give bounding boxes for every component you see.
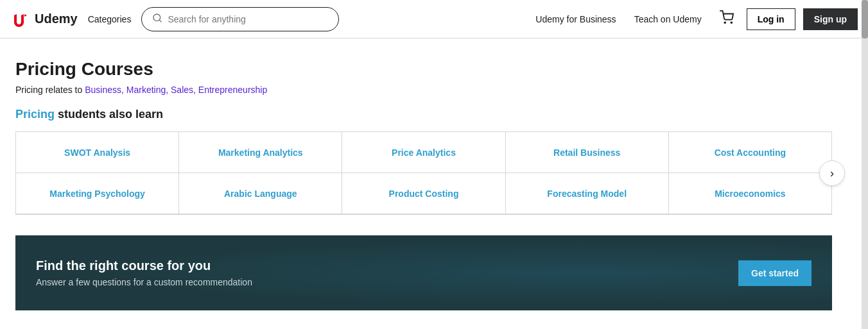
banner-text: Find the right course for you Answer a f… — [36, 258, 252, 287]
tag-arabic-language[interactable]: Arabic Language — [179, 173, 342, 214]
tag-price-analytics[interactable]: Price Analytics — [342, 132, 505, 173]
tag-retail-business[interactable]: Retail Business — [506, 132, 669, 173]
page-title: Pricing Courses — [15, 59, 832, 80]
login-button[interactable]: Log in — [747, 8, 795, 30]
udemy-logo-icon — [10, 9, 31, 30]
banner-title: Find the right course for you — [36, 258, 252, 273]
tag-microeconomics[interactable]: Microeconomics — [669, 173, 832, 214]
tag-forecasting-model[interactable]: Forecasting Model — [506, 173, 669, 214]
related-line: Pricing relates to Business, Marketing, … — [15, 85, 832, 95]
tag-swot-analysis[interactable]: SWOT Analysis — [16, 132, 179, 173]
related-link-marketing[interactable]: Marketing, — [126, 85, 168, 95]
also-learn-suffix: students also learn — [55, 108, 163, 121]
main-content: Pricing Courses Pricing relates to Busin… — [0, 38, 847, 310]
svg-line-1 — [160, 20, 162, 22]
tag-marketing-psychology[interactable]: Marketing Psychology — [16, 173, 179, 214]
tag-cost-accounting[interactable]: Cost Accounting — [669, 132, 832, 173]
udemy-logo[interactable]: Udemy — [10, 9, 78, 30]
scrollbar-thumb — [862, 0, 868, 38]
categories-button[interactable]: Categories — [85, 14, 134, 24]
tags-container: SWOT Analysis Marketing Analytics Price … — [15, 131, 832, 215]
cart-icon[interactable] — [715, 10, 739, 28]
scrollbar-track[interactable] — [862, 0, 868, 310]
svg-point-3 — [731, 22, 732, 23]
related-link-sales[interactable]: Sales, — [171, 85, 196, 95]
tag-marketing-analytics[interactable]: Marketing Analytics — [179, 132, 342, 173]
banner-subtitle: Answer a few questions for a custom reco… — [36, 277, 252, 287]
related-link-entrepreneurship[interactable]: Entrepreneurship — [198, 85, 267, 95]
search-icon — [152, 13, 162, 26]
chevron-right-icon: › — [830, 167, 834, 180]
get-started-button[interactable]: Get started — [738, 260, 812, 286]
related-prefix: Pricing relates to — [15, 85, 82, 95]
navbar: Udemy Categories Udemy for Business Teac… — [0, 0, 868, 38]
tag-product-costing[interactable]: Product Costing — [342, 173, 505, 214]
svg-point-2 — [724, 22, 725, 23]
recommendation-banner: Find the right course for you Answer a f… — [15, 235, 832, 310]
also-learn-highlight: Pricing — [15, 108, 55, 121]
signup-button[interactable]: Sign up — [803, 8, 858, 30]
also-learn-heading: Pricing students also learn — [15, 108, 832, 121]
udemy-logo-text: Udemy — [35, 12, 78, 26]
search-bar — [141, 7, 339, 31]
related-link-business[interactable]: Business, — [85, 85, 124, 95]
udemy-business-link[interactable]: Udemy for Business — [530, 14, 621, 24]
teach-link[interactable]: Teach on Udemy — [629, 14, 707, 24]
search-input[interactable] — [168, 14, 328, 24]
scroll-right-button[interactable]: › — [819, 160, 845, 186]
tags-grid: SWOT Analysis Marketing Analytics Price … — [15, 131, 832, 215]
